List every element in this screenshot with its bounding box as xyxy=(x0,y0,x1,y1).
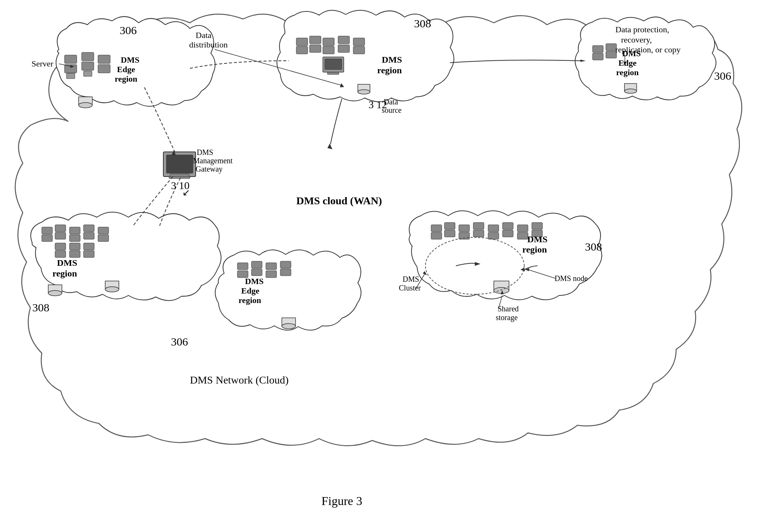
svg-rect-67 xyxy=(431,225,442,232)
data-protection-label: Data protection, xyxy=(615,25,669,34)
dms-edge-label1: Edge xyxy=(117,65,135,74)
dms-mgmt-gw-label2: Management xyxy=(193,156,233,165)
svg-rect-28 xyxy=(593,53,603,60)
svg-rect-78 xyxy=(503,230,513,237)
svg-rect-2 xyxy=(66,73,75,79)
figure-caption: Figure 3 xyxy=(321,494,362,508)
svg-rect-68 xyxy=(431,232,442,239)
svg-rect-59 xyxy=(251,269,262,276)
svg-rect-40 xyxy=(84,225,94,232)
dms-region-label1: region xyxy=(115,74,137,84)
dms-edge-region-bc-label1: DMS xyxy=(245,276,264,286)
shared-storage-label1: Shared xyxy=(498,305,519,313)
svg-rect-81 xyxy=(532,223,542,229)
ref-306-topright: 306 xyxy=(714,69,731,82)
svg-point-52 xyxy=(48,290,62,296)
svg-rect-11 xyxy=(296,38,308,46)
svg-rect-14 xyxy=(310,45,321,52)
dms-edge-label-tr: Edge xyxy=(618,58,637,68)
svg-rect-35 xyxy=(42,235,52,242)
svg-rect-48 xyxy=(84,243,94,250)
svg-rect-29 xyxy=(606,44,617,51)
diagram-svg: 306 308 306 308 306 308 3 10 ↙ 3 12 Serv… xyxy=(0,0,773,532)
svg-rect-58 xyxy=(251,261,262,268)
diagram-container: 306 308 306 308 306 308 3 10 ↙ 3 12 Serv… xyxy=(0,0,773,532)
svg-rect-74 xyxy=(473,230,484,237)
dms-cloud-wan-label: DMS cloud (WAN) xyxy=(296,195,382,207)
svg-rect-20 xyxy=(353,46,365,54)
svg-rect-34 xyxy=(42,227,52,234)
dms-region-label-tr: region xyxy=(616,68,639,77)
dms-region-br-label2: region xyxy=(522,245,547,254)
dms-edge-region-bc-label3: region xyxy=(239,295,261,305)
dms-region-br-label1: DMS xyxy=(527,234,547,244)
dms-network-cloud-label: DMS Network (Cloud) xyxy=(190,374,289,386)
svg-rect-41 xyxy=(84,232,94,239)
svg-rect-80 xyxy=(517,232,528,239)
dms-mgmt-gw-label1: DMS xyxy=(197,148,213,156)
svg-rect-18 xyxy=(338,45,349,52)
data-source-label2: source xyxy=(382,106,402,114)
svg-rect-13 xyxy=(310,36,321,44)
dms-region-label-tc: region xyxy=(377,65,402,75)
svg-point-26 xyxy=(358,90,370,94)
dms-cluster-label1: DMS xyxy=(403,275,419,283)
dms-region-bl-label1: DMS xyxy=(57,258,77,268)
svg-rect-47 xyxy=(70,251,80,257)
svg-rect-22 xyxy=(325,59,342,69)
svg-rect-45 xyxy=(55,251,66,257)
ref-310-arrow: ↙ xyxy=(182,188,190,197)
svg-rect-46 xyxy=(70,243,80,250)
svg-rect-12 xyxy=(296,46,308,54)
svg-point-33 xyxy=(624,89,637,93)
svg-rect-70 xyxy=(444,230,455,237)
data-distribution-label: Data xyxy=(196,30,212,40)
svg-rect-3 xyxy=(82,52,94,61)
svg-rect-19 xyxy=(353,38,365,46)
dms-region-tc-label: DMS xyxy=(382,55,402,65)
svg-point-10 xyxy=(79,103,92,108)
svg-rect-27 xyxy=(593,46,603,52)
svg-rect-60 xyxy=(266,263,277,270)
svg-rect-63 xyxy=(280,269,291,276)
svg-rect-36 xyxy=(55,225,66,232)
svg-rect-39 xyxy=(70,235,80,242)
svg-rect-69 xyxy=(444,223,455,229)
svg-rect-17 xyxy=(338,36,349,44)
dms-edge-region-bc-label2: Edge xyxy=(241,286,259,295)
data-distribution-label2: distribution xyxy=(189,40,228,49)
dms-edge-region-tl-label: DMS xyxy=(121,55,139,65)
svg-rect-6 xyxy=(98,55,110,63)
svg-rect-5 xyxy=(84,71,92,76)
dms-mgmt-gw-label3: Gateway xyxy=(196,165,223,174)
dms-node-label: DMS node xyxy=(555,274,588,283)
data-source-label1: Data xyxy=(384,98,398,106)
svg-rect-15 xyxy=(323,38,334,46)
ref-306-topleft: 306 xyxy=(120,24,137,36)
svg-rect-0 xyxy=(65,55,77,63)
svg-rect-38 xyxy=(70,227,80,234)
ref-308-bottomleft: 308 xyxy=(32,301,49,314)
svg-rect-76 xyxy=(488,232,499,239)
svg-rect-61 xyxy=(266,271,277,278)
server-label: Server xyxy=(32,59,54,68)
svg-point-66 xyxy=(282,324,296,329)
svg-rect-37 xyxy=(55,232,66,239)
svg-point-55 xyxy=(105,287,119,292)
data-protection-label2: recovery, xyxy=(621,35,652,44)
dms-cluster-label2: Cluster xyxy=(399,284,421,292)
svg-rect-87 xyxy=(166,155,193,173)
svg-rect-16 xyxy=(323,46,334,54)
svg-rect-30 xyxy=(606,51,617,58)
svg-rect-4 xyxy=(82,62,94,70)
shared-storage-label2: storage xyxy=(496,313,518,322)
svg-rect-43 xyxy=(98,235,109,242)
svg-rect-71 xyxy=(459,225,469,232)
svg-rect-79 xyxy=(517,225,528,232)
ref-308-topcenter: 308 xyxy=(414,17,431,30)
svg-rect-42 xyxy=(98,227,109,234)
ref-308-bottomright: 308 xyxy=(585,240,602,253)
svg-rect-75 xyxy=(488,225,499,232)
svg-rect-56 xyxy=(237,263,248,270)
dms-edge-region-tr-label: DMS xyxy=(622,49,641,58)
